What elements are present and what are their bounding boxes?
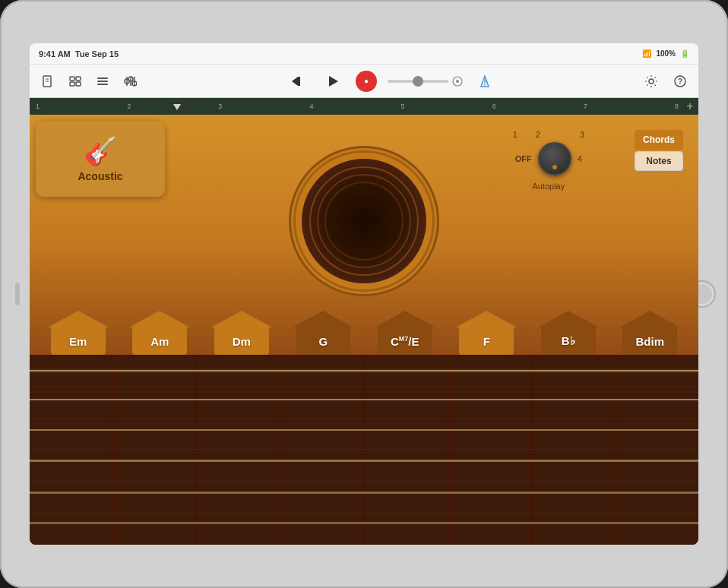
autoplay-off-label: OFF [515,154,532,163]
time-display: 9:41 AM [39,49,71,58]
ruler-mark-5: 5 [401,103,405,110]
string-6 [30,522,698,524]
autoplay-label: Autoplay [532,182,565,191]
fretboard [30,355,698,545]
string-3 [30,429,698,431]
add-track-button[interactable]: + [682,98,698,115]
metronome-button[interactable] [474,71,495,92]
toolbar-center: ● [286,69,495,93]
volume-control[interactable] [388,75,464,87]
ruler-mark-7: 7 [584,103,587,110]
ruler-mark-8: 8 [675,103,679,110]
play-button[interactable] [321,69,345,93]
svg-point-24 [649,79,654,84]
chord-button-g[interactable]: G [293,311,353,355]
autoplay-knob[interactable] [538,142,571,175]
guitar-icon: 🎸 [84,135,118,167]
autoplay-knob-dot [552,165,557,169]
ruler-mark-4: 4 [309,103,313,110]
rewind-button[interactable] [286,69,310,93]
chord-button-bb[interactable]: B♭ [538,311,599,355]
fret-rows [30,355,698,545]
status-right: 📶 100% 🔋 [642,49,689,58]
mixer-button[interactable] [119,71,141,92]
help-button[interactable]: ? [669,71,691,92]
ruler-mark-1: 1 [36,103,40,110]
chord-button-dm[interactable]: Dm [211,311,272,355]
svg-rect-7 [97,77,108,79]
svg-rect-17 [298,77,300,86]
toolbar-right: ? [641,71,691,92]
svg-rect-5 [70,82,74,86]
svg-rect-8 [97,81,108,82]
volume-icon [451,75,464,87]
chord-button-em[interactable]: Em [48,311,109,355]
new-song-button[interactable] [37,71,59,92]
autoplay-num-1: 1 [513,130,518,139]
date-display: Tue Sep 15 [75,49,119,58]
song-view-button[interactable] [92,71,113,92]
fret-dividers [30,355,698,545]
guitar-body [242,115,486,343]
svg-point-20 [456,80,459,83]
notes-toggle-button[interactable]: Notes [635,151,683,171]
svg-rect-3 [70,77,74,81]
svg-marker-16 [292,77,298,86]
wifi-icon: 📶 [642,49,651,58]
instrument-panel[interactable]: 🎸 Acoustic [36,121,165,197]
autoplay-num-2: 2 [536,130,540,139]
toolbar: ● ? [30,65,698,98]
timeline-ruler: 1 2 3 4 5 6 7 8 + [30,98,698,115]
playhead [173,103,181,110]
ipad-screen: 9:41 AM Tue Sep 15 📶 100% 🔋 [30,43,698,545]
ruler-mark-3: 3 [218,103,222,110]
main-content: 🎸 Acoustic 1 2 3 [30,115,698,545]
autoplay-num-4: 4 [578,154,582,163]
status-left: 9:41 AM Tue Sep 15 [39,49,119,58]
guitar-soundhole [296,153,432,289]
battery-icon: 🔋 [680,49,689,58]
status-bar: 9:41 AM Tue Sep 15 📶 100% 🔋 [30,43,698,65]
chords-toggle-button[interactable]: Chords [635,130,683,150]
ruler-mark-6: 6 [492,103,496,110]
ipad-frame: 9:41 AM Tue Sep 15 📶 100% 🔋 [0,0,728,588]
string-2 [30,399,698,400]
battery-display: 100% [656,49,676,58]
toolbar-left [37,71,141,92]
chords-notes-panel: Chords Notes [635,130,683,171]
track-view-button[interactable] [65,71,86,92]
ruler-mark-2: 2 [127,103,131,110]
chord-button-am[interactable]: Am [129,311,190,355]
side-button[interactable] [15,283,20,305]
string-1 [30,370,698,371]
svg-rect-4 [76,77,81,81]
svg-rect-9 [97,84,108,85]
autoplay-panel: 1 2 3 OFF 4 Autoplay [513,130,584,192]
svg-text:?: ? [678,77,682,86]
chord-button-cm7e[interactable]: CM7/E [375,311,435,355]
string-5 [30,492,698,494]
svg-marker-18 [329,76,338,87]
svg-rect-6 [76,82,81,86]
guitar-strings [30,355,698,545]
chord-button-bdim[interactable]: Bdim [619,311,680,355]
record-button[interactable]: ● [356,71,377,92]
autoplay-num-3: 3 [580,130,584,139]
chord-buttons-row: Em Am Dm [30,311,698,355]
chord-button-f[interactable]: F [456,311,517,355]
instrument-name: Acoustic [78,170,122,182]
settings-button[interactable] [641,71,662,92]
string-4 [30,460,698,462]
